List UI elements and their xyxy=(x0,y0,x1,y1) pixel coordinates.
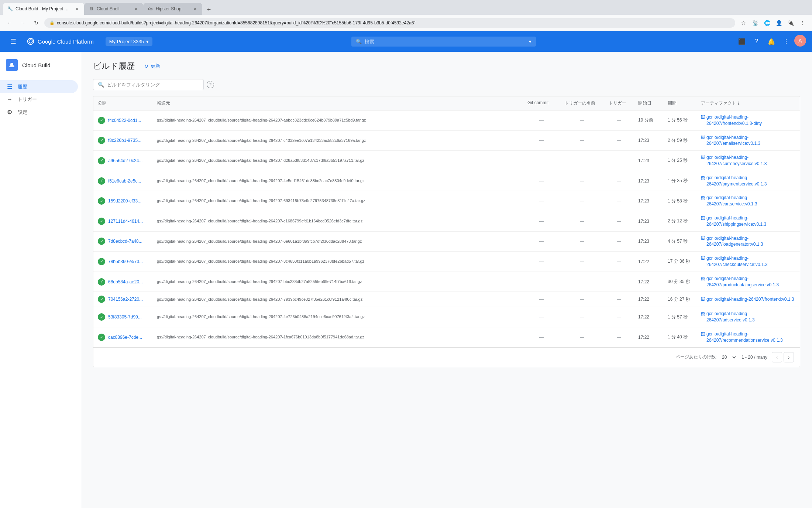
table-row[interactable]: ✓ cac8896e-7cde... gs://digital-heading-… xyxy=(93,327,800,347)
tab-close-3[interactable]: ✕ xyxy=(192,6,198,12)
build-id-link[interactable]: cac8896e-7cde... xyxy=(108,335,142,340)
artifact-link[interactable]: gcr.io/digital-heading-264207/loadgenera… xyxy=(706,235,795,248)
build-id-link[interactable]: 7d8ecbcd-7a48... xyxy=(108,239,142,244)
table-row[interactable]: ✓ 53f83305-7d99... gs://digital-heading-… xyxy=(93,307,800,327)
table-row[interactable]: ✓ f61e6cab-2e5c... gs://digital-heading-… xyxy=(93,171,800,191)
artifact-image-icon: 🖼 xyxy=(701,236,705,241)
prev-page-button[interactable]: ‹ xyxy=(772,352,782,362)
artifact-link[interactable]: gcr.io/digital-heading-264207/productcat… xyxy=(706,276,795,288)
cell-trigger: — xyxy=(604,114,634,127)
cast-icon[interactable]: 📡 xyxy=(750,18,760,28)
artifact-link[interactable]: gcr.io/digital-heading-264207/currencyse… xyxy=(706,154,795,167)
reload-button[interactable]: ↻ xyxy=(31,18,41,28)
cell-build-id: ✓ 127111d4-4614... xyxy=(93,214,152,229)
table-row[interactable]: ✓ f4c04522-0cd1... gs://digital-heading-… xyxy=(93,110,800,131)
cell-trigger: — xyxy=(604,195,634,207)
settings-icon[interactable]: ⋮ xyxy=(780,35,793,48)
cell-start: 17:23 xyxy=(634,215,663,228)
refresh-button[interactable]: ↻ 更新 xyxy=(141,61,164,72)
build-id-link[interactable]: 78b5b360-e573... xyxy=(108,259,143,264)
artifact-link[interactable]: gcr.io/digital-heading-264207/adservice:… xyxy=(706,311,795,323)
artifact-link[interactable]: gcr.io/digital-heading-264207/frontend:v… xyxy=(706,296,794,303)
filter-help-icon[interactable]: ? xyxy=(207,81,214,88)
cell-git-commit: — xyxy=(523,154,560,167)
next-page-button[interactable]: › xyxy=(784,352,794,362)
tab-cloud-build[interactable]: 🔧 Cloud Build - My Project 3335 ✕ xyxy=(3,3,84,15)
more-icon[interactable]: ⋮ xyxy=(797,18,808,28)
artifact-link[interactable]: gcr.io/digital-heading-264207/frontend:v… xyxy=(706,114,795,127)
bookmark-icon[interactable]: ☆ xyxy=(738,18,749,28)
col-artifact: アーティファクト ℹ xyxy=(696,96,800,110)
artifact-image-icon: 🖼 xyxy=(701,215,705,221)
build-id-link[interactable]: f61e6cab-2e5c... xyxy=(108,178,141,184)
build-id-link[interactable]: 704156a2-2720... xyxy=(108,297,143,302)
cell-artifact: 🖼 gcr.io/digital-heading-264207/frontend… xyxy=(696,110,800,130)
table-row[interactable]: ✓ a96564d2-0c24... gs://digital-heading-… xyxy=(93,151,800,171)
cell-git-commit: — xyxy=(523,293,560,306)
build-id-link[interactable]: 127111d4-4614... xyxy=(108,219,143,224)
svg-point-1 xyxy=(10,63,13,66)
header-icons: ⬛ ? 🔔 ⋮ A xyxy=(735,35,806,48)
artifact-link[interactable]: gcr.io/digital-heading-264207/paymentser… xyxy=(706,175,795,187)
tab-hipster-shop[interactable]: 🛍 Hipster Shop ✕ xyxy=(143,3,202,15)
address-bar: ← → ↻ 🔒 console.cloud.google.com/cloud-b… xyxy=(0,15,812,31)
sidebar-item-settings[interactable]: ⚙ 設定 xyxy=(0,106,78,119)
sidebar-nav: ☰ 履歴 → トリガー ⚙ 設定 xyxy=(0,77,81,122)
account-icon[interactable]: 👤 xyxy=(774,18,784,28)
table-row[interactable]: ✓ 159d2200-cf33... gs://digital-heading-… xyxy=(93,191,800,211)
global-search[interactable]: 🔍 ▾ xyxy=(351,37,536,47)
cell-start: 17:23 xyxy=(634,175,663,187)
translate-icon[interactable]: 🌐 xyxy=(762,18,772,28)
table-row[interactable]: ✓ f8c226b1-9735... gs://digital-heading-… xyxy=(93,131,800,151)
cell-trigger: — xyxy=(604,154,634,167)
cloud-shell-icon[interactable]: ⬛ xyxy=(735,35,749,48)
table-row[interactable]: ✓ 127111d4-4614... gs://digital-heading-… xyxy=(93,211,800,232)
sidebar-item-triggers[interactable]: → トリガー xyxy=(0,93,78,106)
filter-input[interactable] xyxy=(107,82,199,88)
extension-icon[interactable]: 🔌 xyxy=(785,18,796,28)
artifact-info-icon[interactable]: ℹ xyxy=(738,101,740,106)
table-row[interactable]: ✓ 7d8ecbcd-7a48... gs://digital-heading-… xyxy=(93,232,800,252)
tab-close-2[interactable]: ✕ xyxy=(133,6,139,12)
cell-build-id: ✓ a96564d2-0c24... xyxy=(93,153,152,168)
artifact-link[interactable]: gcr.io/digital-heading-264207/checkoutse… xyxy=(706,255,795,268)
back-button[interactable]: ← xyxy=(4,18,15,28)
build-id-link[interactable]: 53f83305-7d99... xyxy=(108,314,142,320)
artifact-link[interactable]: gcr.io/digital-heading-264207/shippingse… xyxy=(706,215,795,228)
cell-trigger: — xyxy=(604,311,634,323)
help-icon[interactable]: ? xyxy=(750,35,763,48)
new-tab-button[interactable]: + xyxy=(204,4,214,15)
rows-per-page-select[interactable]: 20 5 10 50 100 xyxy=(719,354,737,361)
filter-input-container[interactable]: 🔍 xyxy=(93,79,204,90)
notifications-icon[interactable]: 🔔 xyxy=(765,35,778,48)
cell-trigger: — xyxy=(604,276,634,288)
tab-cloud-shell[interactable]: 🖥 Cloud Shell ✕ xyxy=(84,3,143,15)
cell-trigger-name: — xyxy=(560,311,604,323)
forward-button[interactable]: → xyxy=(18,18,28,28)
build-id-link[interactable]: f4c04522-0cd1... xyxy=(108,118,141,123)
build-id-link[interactable]: 68eb584a-ae20... xyxy=(108,279,143,284)
search-input[interactable] xyxy=(365,39,526,44)
build-id-link[interactable]: 159d2200-cf33... xyxy=(108,198,141,204)
sidebar-item-history[interactable]: ☰ 履歴 xyxy=(0,80,78,93)
build-id-link[interactable]: a96564d2-0c24... xyxy=(108,158,142,163)
cell-destination: gs://digital-heading-264207_cloudbuild/s… xyxy=(152,114,523,127)
hamburger-menu[interactable]: ☰ xyxy=(6,34,21,49)
user-avatar[interactable]: A xyxy=(794,35,806,47)
artifact-link[interactable]: gcr.io/digital-heading-264207/cartservic… xyxy=(706,195,795,207)
cell-duration: 1 分 35 秒 xyxy=(663,174,696,188)
table-row[interactable]: ✓ 704156a2-2720... gs://digital-heading-… xyxy=(93,292,800,307)
table-row[interactable]: ✓ 68eb584a-ae20... gs://digital-heading-… xyxy=(93,272,800,292)
url-bar[interactable]: 🔒 console.cloud.google.com/cloud-build/b… xyxy=(44,18,735,28)
table-row[interactable]: ✓ 78b5b360-e573... gs://digital-heading-… xyxy=(93,252,800,272)
cell-destination: gs://digital-heading-264207_cloudbuild/s… xyxy=(152,275,523,288)
project-selector[interactable]: My Project 3335 ▾ xyxy=(106,37,152,46)
cell-destination: gs://digital-heading-264207_cloudbuild/s… xyxy=(152,293,523,306)
artifact-link[interactable]: gcr.io/digital-heading-264207/emailservi… xyxy=(706,134,795,147)
artifact-image-icon: 🖼 xyxy=(701,195,705,201)
tab-close-1[interactable]: ✕ xyxy=(74,6,80,12)
artifact-link[interactable]: gcr.io/digital-heading-264207/recommenda… xyxy=(706,331,795,344)
cell-git-commit: — xyxy=(523,276,560,288)
artifact-image-icon: 🖼 xyxy=(701,256,705,261)
build-id-link[interactable]: f8c226b1-9735... xyxy=(108,138,141,143)
